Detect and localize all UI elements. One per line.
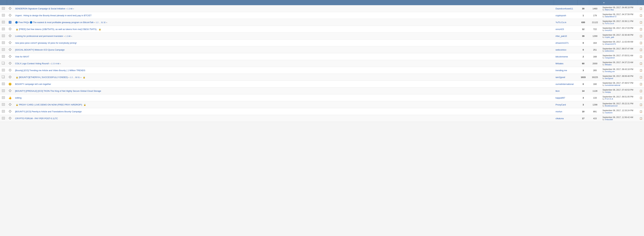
row-views-cell: 265 xyxy=(589,67,601,74)
page-num-link[interactable]: 3 xyxy=(54,63,55,65)
blue-dot-1: 🔵 xyxy=(15,21,18,24)
action-icon[interactable]: 📋 xyxy=(640,28,642,30)
started-by-link[interactable]: irfan_pak10 xyxy=(556,35,567,37)
lastpost-by-link[interactable]: onnz423 xyxy=(605,29,612,31)
lastpost-by: by onnz423 xyxy=(602,29,636,31)
lastpost-by-link[interactable]: YuTü.Co.in xyxy=(605,22,614,24)
page-num-link[interactable]: 2 xyxy=(71,76,72,78)
action-icon[interactable]: 📋 xyxy=(640,90,642,92)
started-by-link[interactable]: ProxyCard xyxy=(556,104,566,106)
action-icon[interactable]: 📋 xyxy=(640,14,642,17)
col-header-action xyxy=(638,0,644,5)
action-icon[interactable]: 📋 xyxy=(640,21,642,24)
lastpost-by-link[interactable]: Irriducibili xyxy=(605,118,613,120)
page-num-link[interactable]: 51 xyxy=(77,76,80,78)
row-icon-cell xyxy=(0,19,7,26)
started-by-link[interactable]: morlun xyxy=(556,110,562,113)
started-by-link[interactable]: tkon xyxy=(556,90,560,92)
action-icon[interactable]: 📋 xyxy=(640,110,642,113)
lastpost-by: by trending.me xyxy=(602,70,636,73)
subject-link[interactable]: PROXY CARD | LIVE DEMO ON NOW (FREE PRXY… xyxy=(19,104,82,106)
subject-link[interactable]: COLX Logo Contest Voting Round! xyxy=(15,62,49,65)
page-num-link[interactable]: 2 xyxy=(68,8,70,10)
action-icon[interactable]: 📋 xyxy=(640,69,642,72)
lastpost-by-link[interactable]: margoslend xyxy=(605,57,614,59)
action-icon[interactable]: 📋 xyxy=(640,83,642,85)
subject-link[interactable]: Urgent : Hiring to design the Bounty thr… xyxy=(15,14,92,17)
subject-link[interactable]: Looking for professional and permanent t… xyxy=(15,35,63,37)
page-all-link[interactable]: All xyxy=(68,35,70,37)
started-by-link[interactable]: trending.me xyxy=(556,69,567,72)
subject-link[interactable]: [BOUNTY] [PRESALE] [ICO] TKON-The King o… xyxy=(15,90,101,92)
action-icon[interactable]: 📋 xyxy=(640,35,642,37)
action-icon[interactable]: 📋 xyxy=(640,48,642,51)
subject-link[interactable]: new peso peso coins!!! giveaway 10 peso … xyxy=(15,42,77,44)
row-subject-cell: Vote for MAXT xyxy=(14,53,554,60)
page-num-link[interactable]: 50 xyxy=(75,76,77,78)
row-started-cell: ournetinternational xyxy=(554,81,578,88)
started-by-link[interactable]: iam2good xyxy=(556,76,565,79)
row-icon-cell xyxy=(0,88,7,94)
started-by-link[interactable]: onnz423 xyxy=(556,28,564,30)
page-num-link[interactable]: 2 xyxy=(52,63,54,65)
action-icon[interactable]: 📋 xyxy=(640,117,642,120)
row-subject-cell: Urgent : Hiring to design the Bounty thr… xyxy=(14,12,554,19)
subject-link[interactable]: BOUNTY campaign let's win together xyxy=(15,83,51,85)
action-icon[interactable]: 📋 xyxy=(640,62,642,65)
col-header-lastpost[interactable]: ▼ xyxy=(601,0,638,5)
page-num-link[interactable]: 4 xyxy=(55,63,57,65)
views-count: 168 xyxy=(593,55,597,58)
lastpost-by: by iam2good xyxy=(602,77,636,79)
started-by-link[interactable]: kappa897 xyxy=(556,97,565,99)
col-header-subject xyxy=(14,0,554,5)
lastpost-by-link[interactable]: italianMiner72 xyxy=(605,15,616,17)
lastpost-by-link[interactable]: webcoinico xyxy=(605,50,614,52)
lastpost-by-link[interactable]: P E K K A xyxy=(605,98,613,100)
action-icon[interactable]: 📋 xyxy=(640,41,642,44)
subject-link[interactable]: [FREE] Get free tokens (10$/75ATS), as w… xyxy=(19,28,97,30)
box-icon xyxy=(2,103,5,106)
page-all-link[interactable]: All xyxy=(57,63,59,65)
started-by-link[interactable]: Mrbates xyxy=(556,62,564,65)
subject-link[interactable]: [SOCIAL BOUNTY] Webcoin ICO Quora Campai… xyxy=(15,49,65,51)
subject-link[interactable]: CRYPTO FORUM - PAY PER POST-0.1LTC xyxy=(15,117,58,120)
page-num-link[interactable]: 2 xyxy=(66,35,68,37)
lastpost-by-link[interactable]: iam2good xyxy=(605,77,613,79)
page-num-link[interactable]: 2 xyxy=(97,21,98,23)
lastpost-by-link[interactable]: crypto_gab xyxy=(605,36,614,38)
subject-link[interactable]: [BOUNTY] [ICO] Peerity.io Article and Tr… xyxy=(15,110,82,113)
subject-link[interactable]: [Bounty] [ICO] Trending.me Article and V… xyxy=(15,69,85,72)
subject-link[interactable]: [BOUNTY]ETHERIYA ( SUCCESSFULLY ENDED) xyxy=(19,76,68,79)
action-icon[interactable]: 📋 xyxy=(640,103,642,106)
action-icon[interactable]: 📋 xyxy=(640,55,642,58)
page-num-link[interactable]: 32 xyxy=(103,21,106,23)
started-by-link[interactable]: ehsanmi1371 xyxy=(556,42,569,44)
page-num-link[interactable]: 31 xyxy=(101,21,103,23)
lastpost-by-link[interactable]: meejay xyxy=(605,91,611,93)
lastpost-by-link[interactable]: trending.me xyxy=(605,70,615,73)
page-all-link[interactable]: All xyxy=(70,8,72,10)
lastpost-by-link[interactable]: Bowtiesarecool xyxy=(605,105,618,107)
started-by-link[interactable]: cryptoyosh xyxy=(556,14,566,17)
row-subject-cell: 🔒 PROXY CARD | LIVE DEMO ON NOW (FREE PR… xyxy=(14,101,554,108)
lastpost-by-link[interactable]: ehsanmi1371 xyxy=(605,43,616,45)
action-icon[interactable]: 📋 xyxy=(640,96,642,99)
lastpost-by-link[interactable]: Mrbates xyxy=(605,64,612,66)
started-by-link[interactable]: Dazedconfused11 xyxy=(556,7,573,10)
started-by-link[interactable]: webcoinico xyxy=(556,49,566,51)
started-by-link[interactable]: bitcoinmeme xyxy=(556,55,568,58)
lastpost-by-link[interactable]: mankeen xyxy=(605,112,612,114)
subject-link[interactable]: SENDERON Signature Campaign & Social Ini… xyxy=(15,7,65,10)
started-by-link[interactable]: cikatuna xyxy=(556,117,564,120)
lastpost-by-link[interactable]: Matrix.Max xyxy=(605,9,614,11)
started-by-link[interactable]: YuTü.Co.in xyxy=(556,21,566,24)
subject-link[interactable]: Free PAQs 🔵 The easiest & most profitabl… xyxy=(18,21,94,24)
subject-link[interactable]: Vote for MAXT xyxy=(15,55,29,58)
action-icon[interactable]: 📋 xyxy=(640,76,642,79)
subject-link[interactable]: editing xyxy=(15,97,22,99)
table-row: Vote for MAXT bitcoinmeme 2 168 Septembe… xyxy=(0,53,644,60)
lastpost-by-link[interactable]: ournetinternational xyxy=(605,84,620,86)
started-by-link[interactable]: ournetinternational xyxy=(556,83,574,85)
row-replies-cell: 60 xyxy=(578,60,589,67)
action-icon[interactable]: 📋 xyxy=(640,7,642,10)
